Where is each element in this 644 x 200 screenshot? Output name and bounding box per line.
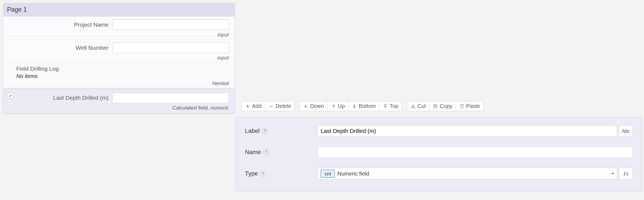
page-card: Page 1 Project Name input Well Number [3, 3, 235, 88]
copy-label: Copy [440, 103, 452, 109]
down-button[interactable]: Down [299, 101, 327, 111]
add-button[interactable]: Add [241, 101, 265, 111]
chevron-down-icon [611, 173, 614, 174]
field-label: Well Number [8, 45, 109, 51]
arrow-down-icon [303, 104, 308, 109]
nested-group[interactable]: Field Drilling Log No items Nested [3, 62, 235, 88]
field-caption: input [8, 55, 230, 61]
property-label-title: Label [245, 127, 260, 135]
numeric-badge-icon: 123 [321, 170, 335, 178]
field-caption: input [8, 32, 230, 38]
add-label: Add [252, 103, 262, 109]
paste-button[interactable]: Paste [456, 101, 484, 111]
help-icon[interactable]: ? [260, 171, 266, 177]
selected-field-label: Last Depth Drilled (m) [8, 95, 109, 101]
property-panel: Label ? Abc Name ? Type ? [235, 117, 642, 191]
project-name-input[interactable] [112, 19, 229, 30]
svg-point-1 [414, 107, 415, 108]
toolbar: Add Delete Down Up Bottom Top [241, 101, 484, 111]
type-select[interactable]: 123 Numeric field [318, 168, 617, 180]
help-icon[interactable]: ? [262, 128, 268, 134]
selected-caption: Calculated field, numeric [8, 105, 230, 111]
property-type-title: Type [245, 170, 258, 177]
svg-point-0 [412, 107, 413, 108]
abc-button[interactable]: Abc [619, 125, 633, 137]
bottom-button[interactable]: Bottom [348, 101, 379, 111]
formula-button[interactable]: ƒx [619, 168, 633, 180]
selected-checkbox[interactable] [7, 92, 14, 99]
help-icon[interactable]: ? [263, 149, 269, 155]
type-select-text: Numeric field [337, 171, 369, 177]
cut-button[interactable]: Cut [407, 101, 429, 111]
svg-rect-3 [435, 105, 437, 108]
paste-label: Paste [466, 103, 480, 109]
well-number-input[interactable] [112, 42, 229, 53]
form-row[interactable]: Project Name input [3, 16, 235, 39]
nested-caption: Nested [16, 80, 230, 86]
minus-icon [269, 104, 274, 109]
scissors-icon [410, 104, 416, 109]
copy-icon [433, 104, 438, 109]
top-label: Top [390, 103, 398, 109]
delete-label: Delete [276, 103, 291, 109]
svg-rect-5 [461, 104, 463, 105]
check-icon [8, 94, 12, 98]
form-row[interactable]: Well Number input [3, 39, 235, 62]
page-title[interactable]: Page 1 [3, 3, 235, 16]
selected-field-row[interactable]: Last Depth Drilled (m) Calculated field,… [3, 89, 235, 113]
clipboard-icon [459, 104, 465, 109]
cut-label: Cut [417, 103, 426, 109]
arrow-up-icon [331, 104, 336, 109]
up-label: Up [338, 103, 345, 109]
copy-button[interactable]: Copy [429, 101, 456, 111]
plus-icon [245, 104, 250, 109]
top-button[interactable]: Top [379, 101, 402, 111]
nested-title: Field Drilling Log [16, 65, 230, 72]
arrow-to-bottom-icon [352, 104, 357, 109]
property-name-title: Name [245, 149, 261, 156]
up-button[interactable]: Up [328, 101, 349, 111]
label-input[interactable] [318, 125, 617, 137]
arrow-to-top-icon [382, 104, 388, 109]
bottom-label: Bottom [359, 103, 376, 109]
last-depth-input[interactable] [112, 92, 229, 103]
field-label: Project Name [8, 21, 109, 28]
delete-button[interactable]: Delete [265, 101, 295, 111]
name-input[interactable] [318, 146, 633, 158]
down-label: Down [310, 103, 324, 109]
nested-empty-text: No items [16, 73, 230, 79]
